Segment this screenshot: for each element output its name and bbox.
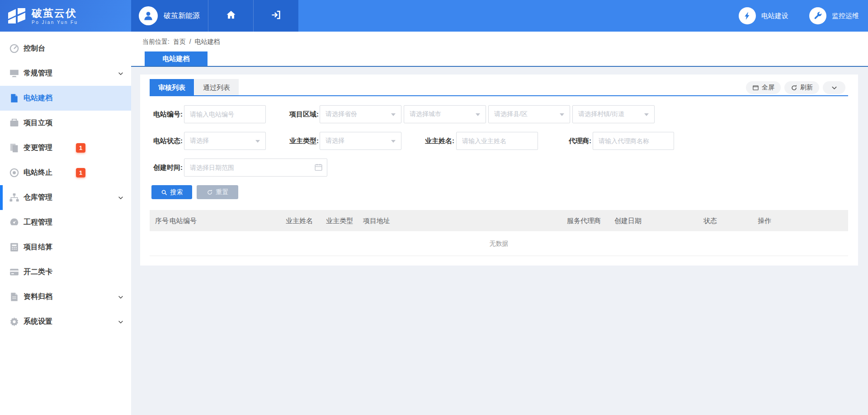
agent-label: 代理商: bbox=[559, 132, 591, 150]
sidebar-item-label: 系统设置 bbox=[24, 317, 52, 326]
sidebar-item-project-setup[interactable]: 项目立项 bbox=[0, 111, 131, 135]
chevron-down-icon bbox=[831, 84, 838, 91]
owner-type-select[interactable]: 请选择 bbox=[320, 132, 401, 150]
sidebar-item-change-mgmt[interactable]: 变更管理1 bbox=[0, 135, 131, 160]
table-header: 序号电站编号业主姓名业主类型项目地址服务代理商创建日期状态操作 bbox=[150, 210, 848, 231]
brand-subtitle: Po Jian Yun Fu bbox=[32, 20, 78, 25]
nav-monitor-ops[interactable]: 监控运维 bbox=[809, 7, 859, 24]
document-icon bbox=[9, 93, 19, 103]
topbar-user-section: 破茧新能源 bbox=[131, 0, 298, 32]
user-avatar-icon bbox=[139, 6, 158, 25]
sidebar-item-label: 电站建档 bbox=[24, 93, 52, 103]
owner-name-label: 业主姓名: bbox=[420, 132, 454, 150]
table-column-header: 操作 bbox=[758, 210, 771, 231]
panel-controls: 全屏 刷新 bbox=[746, 81, 845, 94]
city-select[interactable]: 请选择城市 bbox=[404, 105, 486, 123]
refresh-icon bbox=[791, 84, 797, 91]
table-column-header: 服务代理商 bbox=[567, 210, 601, 231]
region-label: 项目区域: bbox=[286, 105, 319, 123]
brand-name: 破茧云伏 bbox=[32, 7, 78, 19]
archive-icon bbox=[9, 292, 19, 302]
sidebar-item-warehouse-mgmt[interactable]: 仓库管理 bbox=[0, 185, 131, 210]
page-tab-station-archive[interactable]: 电站建档 bbox=[145, 51, 208, 66]
sidebar-item-label: 变更管理 bbox=[24, 143, 52, 153]
nav-station-build[interactable]: 电站建设 bbox=[739, 7, 788, 24]
breadcrumb-current: 电站建档 bbox=[194, 38, 220, 45]
table-column-header: 业主类型 bbox=[326, 210, 353, 231]
breadcrumb-separator: / bbox=[189, 38, 191, 45]
sidebar-item-project-settlement[interactable]: 项目结算 bbox=[0, 235, 131, 260]
create-time-input[interactable] bbox=[184, 159, 327, 177]
create-time-range-picker[interactable] bbox=[184, 159, 327, 177]
search-button[interactable]: 搜索 bbox=[151, 185, 192, 199]
notification-badge: 1 bbox=[76, 143, 85, 153]
gear-icon bbox=[9, 317, 19, 327]
topbar: 破茧云伏 Po Jian Yun Fu 破茧新能源 bbox=[0, 0, 868, 32]
caret-down-icon bbox=[476, 113, 480, 118]
breadcrumb: 当前位置: 首页 / 电站建档 bbox=[142, 38, 222, 46]
caret-down-icon bbox=[255, 140, 260, 145]
reset-icon bbox=[207, 189, 213, 196]
sidebar-item-open-card[interactable]: 开二类卡 bbox=[0, 260, 131, 284]
station-no-input[interactable] bbox=[184, 105, 266, 123]
station-status-select[interactable]: 请选择 bbox=[184, 132, 266, 150]
sidebar-item-data-archive[interactable]: 资料归档 bbox=[0, 284, 131, 309]
search-icon bbox=[161, 189, 167, 196]
sidebar-item-station-terminate[interactable]: 电站终止1 bbox=[0, 160, 131, 185]
card-icon bbox=[9, 267, 19, 277]
sidebar-item-engineering-mgmt[interactable]: 工程管理 bbox=[0, 210, 131, 235]
chevron-down-icon bbox=[118, 319, 124, 325]
breadcrumb-strip: 当前位置: 首页 / 电站建档 电站建档 bbox=[131, 32, 868, 67]
table-empty-state: 无数据 bbox=[150, 231, 848, 256]
logout-button[interactable] bbox=[253, 0, 298, 32]
create-time-label: 创建时间: bbox=[150, 159, 183, 177]
tab-passed-list[interactable]: 通过列表 bbox=[194, 79, 239, 96]
fullscreen-button[interactable]: 全屏 bbox=[746, 81, 781, 94]
user-name: 破茧新能源 bbox=[164, 11, 200, 21]
fullscreen-icon bbox=[752, 84, 759, 91]
sidebar-item-label: 控制台 bbox=[24, 44, 45, 53]
village-select[interactable]: 请选择村镇/街道 bbox=[572, 105, 655, 123]
table-column-header: 创建日期 bbox=[614, 210, 642, 231]
sidebar-item-station-archive[interactable]: 电站建档 bbox=[0, 86, 131, 111]
home-icon bbox=[226, 9, 236, 22]
nav-station-build-label: 电站建设 bbox=[761, 12, 788, 20]
home-button[interactable] bbox=[208, 0, 253, 32]
sidebar-item-system-settings[interactable]: 系统设置 bbox=[0, 309, 131, 334]
briefcase-icon bbox=[9, 118, 19, 128]
collapse-button[interactable] bbox=[823, 81, 845, 94]
table-column-header: 项目地址 bbox=[363, 210, 390, 231]
wrench-icon bbox=[809, 7, 826, 24]
monitor-icon bbox=[9, 68, 19, 79]
chevron-down-icon bbox=[118, 195, 124, 201]
caret-down-icon bbox=[391, 140, 396, 145]
sidebar-item-label: 资料归档 bbox=[24, 292, 52, 302]
chevron-down-icon bbox=[118, 70, 124, 77]
county-select[interactable]: 请选择县/区 bbox=[488, 105, 570, 123]
table-column-header: 序号 bbox=[155, 210, 169, 231]
brand: 破茧云伏 Po Jian Yun Fu bbox=[0, 0, 131, 32]
sidebar-item-general-mgmt[interactable]: 常规管理 bbox=[0, 61, 131, 86]
caret-down-icon bbox=[644, 113, 649, 118]
sidebar-item-console[interactable]: 控制台 bbox=[0, 36, 131, 61]
sidebar-item-label: 仓库管理 bbox=[24, 193, 52, 202]
sidebar-item-label: 工程管理 bbox=[24, 218, 52, 227]
main-content: 当前位置: 首页 / 电站建档 电站建档 审核列表 通过列表 全屏 刷新 bbox=[131, 32, 868, 415]
topbar-quick-nav: 电站建设 监控运维 bbox=[739, 0, 859, 32]
calendar-icon bbox=[314, 163, 323, 172]
brand-text: 破茧云伏 Po Jian Yun Fu bbox=[32, 7, 78, 25]
breadcrumb-prefix: 当前位置: bbox=[142, 38, 170, 45]
breadcrumb-home-link[interactable]: 首页 bbox=[173, 38, 186, 45]
sidebar-item-label: 项目立项 bbox=[24, 118, 52, 128]
station-status-label: 电站状态: bbox=[150, 132, 183, 150]
agent-input[interactable] bbox=[593, 132, 674, 150]
user-menu[interactable]: 破茧新能源 bbox=[131, 0, 208, 32]
reset-button[interactable]: 重置 bbox=[197, 185, 238, 199]
record-icon bbox=[9, 168, 19, 178]
province-select[interactable]: 请选择省份 bbox=[320, 105, 401, 123]
sitemap-icon bbox=[9, 192, 19, 203]
tab-review-list[interactable]: 审核列表 bbox=[150, 79, 194, 96]
owner-type-label: 业主类型: bbox=[286, 132, 319, 150]
owner-name-input[interactable] bbox=[456, 132, 538, 150]
refresh-button[interactable]: 刷新 bbox=[784, 81, 819, 94]
